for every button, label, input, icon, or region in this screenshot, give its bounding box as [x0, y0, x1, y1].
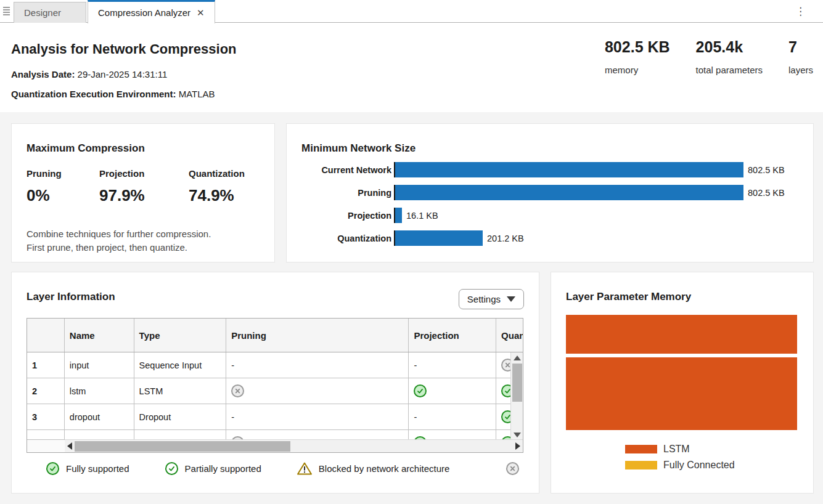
- table-row-lstm[interactable]: 2lstmLSTM: [27, 378, 523, 404]
- stat-parameters-label: total parameters: [696, 65, 763, 75]
- pruning-value: 0%: [27, 186, 99, 205]
- cell-type: Dropout: [134, 404, 227, 429]
- cell-pruning: -: [226, 404, 409, 429]
- row-number: 2: [27, 378, 65, 404]
- scroll-up-icon[interactable]: [514, 356, 521, 360]
- vertical-scrollbar[interactable]: [510, 352, 523, 441]
- kebab-menu-icon[interactable]: ⋮: [795, 5, 806, 18]
- bar-category-label: Projection: [301, 211, 394, 221]
- cell-pruning: [226, 430, 409, 440]
- analysis-header: Analysis for Network Compression Analysi…: [0, 23, 823, 112]
- column-header-Quantization: Quantization: [496, 319, 523, 352]
- bar-value-label: 802.5 KB: [748, 188, 785, 198]
- stat-layers-label: layers: [788, 65, 813, 75]
- bar-row-projection: Projection16.1 KB: [301, 208, 785, 223]
- tab-strip: Designer Compression Analyzer ✕ ⋮: [0, 0, 823, 23]
- cell-projection: -: [409, 404, 496, 429]
- memory-legend: LSTMFully Connected: [625, 444, 735, 471]
- cell-projection: [409, 430, 496, 440]
- cell-type: LSTM: [134, 430, 227, 440]
- compression-analyzer-app: Designer Compression Analyzer ✕ ⋮ Analys…: [0, 0, 823, 504]
- legend-label: Partially supported: [185, 463, 261, 474]
- bar-value-label: 802.5 KB: [748, 165, 785, 175]
- table-row-lstm_1[interactable]: 4lstm_1LSTM: [27, 430, 523, 440]
- cell-projection: -: [409, 352, 496, 378]
- quantization-label: Quantization: [189, 168, 245, 179]
- cell-name: lstm_1: [65, 430, 134, 440]
- compression-note-line1: Combine techniques for further compressi…: [27, 227, 211, 241]
- row-number: 3: [27, 404, 65, 429]
- horizontal-scrollbar-thumb[interactable]: [75, 441, 290, 452]
- layer-parameter-memory-title: Layer Parameter Memory: [566, 291, 691, 303]
- column-header-Projection: Projection: [409, 319, 496, 352]
- bar-row-quantization: Quantization201.2 KB: [301, 230, 785, 246]
- bar: [395, 230, 483, 246]
- grip-icon[interactable]: [3, 7, 10, 15]
- cell-name: lstm: [65, 378, 134, 404]
- close-icon[interactable]: ✕: [197, 8, 205, 17]
- table-row-dropout[interactable]: 3dropoutDropout--: [27, 404, 523, 430]
- memory-block-lstm: [566, 315, 797, 354]
- projection-label: Projection: [99, 168, 189, 179]
- column-header-Type: Type: [134, 319, 227, 352]
- bar-area: 802.5 KB: [394, 162, 785, 177]
- page-title: Analysis for Network Compression: [11, 41, 237, 57]
- table-row-input[interactable]: 1inputSequence Input--: [27, 352, 523, 378]
- legend-item-blocked: [506, 462, 519, 475]
- projection-value: 97.9%: [99, 186, 189, 205]
- maximum-compression-title: Maximum Compression: [27, 142, 145, 155]
- stat-memory-value: 802.5 KB: [605, 38, 670, 56]
- tab-designer[interactable]: Designer: [14, 2, 86, 23]
- fully-supported-icon: [414, 384, 427, 397]
- cell-name: dropout: [65, 404, 134, 429]
- bar-value-label: 16.1 KB: [406, 211, 438, 221]
- layer-information-card: Layer Information Settings NameTypePruni…: [11, 272, 539, 494]
- stat-parameters: 205.4k total parameters: [696, 38, 763, 75]
- cell-name: input: [65, 352, 134, 378]
- column-header-Name: Name: [65, 319, 134, 352]
- maximum-compression-card: Maximum Compression Pruning 0% Projectio…: [11, 123, 275, 262]
- cell-projection: [409, 378, 496, 404]
- environment-label: Quantization Execution Environment:: [11, 89, 176, 99]
- legend-swatch: [625, 445, 657, 453]
- bar-row-pruning: Pruning802.5 KB: [301, 185, 785, 200]
- column-header-index: [27, 319, 65, 352]
- analysis-date-label: Analysis Date:: [11, 69, 75, 79]
- pruning-label: Pruning: [27, 168, 99, 179]
- partially-supported-icon: [165, 462, 178, 475]
- minimum-network-size-card: Minimum Network Size Current Network802.…: [286, 123, 814, 262]
- tab-compression-analyzer[interactable]: Compression Analyzer ✕: [88, 0, 215, 23]
- settings-button[interactable]: Settings: [459, 289, 524, 309]
- pruning-stat: Pruning 0%: [27, 168, 99, 205]
- stat-layers: 7 layers: [788, 38, 813, 75]
- minimum-network-size-title: Minimum Network Size: [301, 142, 416, 155]
- legend-label: Fully supported: [66, 463, 129, 474]
- vertical-scrollbar-thumb[interactable]: [512, 364, 522, 402]
- maximum-compression-values: Pruning 0% Projection 97.9% Quantization…: [27, 168, 245, 205]
- bar-area: 16.1 KB: [394, 208, 438, 223]
- cell-type: Sequence Input: [134, 352, 227, 378]
- quantization-value: 74.9%: [189, 186, 245, 205]
- bar: [395, 162, 743, 177]
- legend-item-blocked-by-network-architecture: Blocked by network architecture: [297, 462, 450, 475]
- analysis-date-value: 29-Jan-2025 14:31:11: [78, 69, 168, 79]
- scrollbar-corner: [27, 439, 65, 452]
- tab-compression-analyzer-label: Compression Analyzer: [98, 7, 190, 18]
- horizontal-scrollbar[interactable]: [65, 439, 523, 452]
- stat-memory-label: memory: [605, 65, 670, 75]
- chevron-down-icon: [507, 296, 515, 302]
- legend-label: LSTM: [663, 444, 690, 455]
- scroll-left-icon[interactable]: [67, 442, 72, 450]
- analysis-date-line: Analysis Date: 29-Jan-2025 14:31:11: [11, 69, 167, 79]
- tab-designer-label: Designer: [24, 7, 61, 18]
- legend-label: Blocked by network architecture: [319, 463, 450, 474]
- layer-table-body: 1inputSequence Input--2lstmLSTM3dropoutD…: [27, 352, 523, 440]
- blocked-icon: [506, 462, 519, 475]
- cell-pruning: [226, 378, 409, 404]
- cell-pruning: -: [226, 352, 409, 378]
- quantization-stat: Quantization 74.9%: [189, 168, 245, 205]
- scroll-right-icon[interactable]: [515, 442, 520, 450]
- bar-category-label: Pruning: [301, 188, 394, 198]
- scroll-down-icon[interactable]: [514, 433, 521, 437]
- memory-block-lstm: [566, 357, 797, 430]
